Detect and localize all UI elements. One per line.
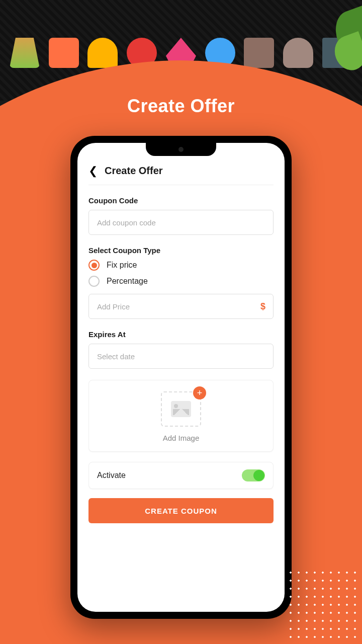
coupon-type-label: Select Coupon Type [88,246,274,255]
expires-section: Expires At [88,330,274,369]
radio-percentage[interactable]: Percentage [88,276,274,287]
plus-icon: + [193,386,206,399]
radio-label: Fix price [107,261,137,270]
app-header: ❮ Create Offer [88,165,274,185]
add-image-card[interactable]: + Add Image [88,380,274,452]
image-placeholder-icon [171,401,191,417]
create-coupon-button[interactable]: CREATE COUPON [88,498,274,523]
image-placeholder-box: + [161,391,201,427]
hero-title: Create Offer [0,96,362,117]
radio-icon [88,276,100,287]
screen-title: Create Offer [105,165,163,177]
expires-input[interactable] [88,344,274,369]
coupon-type-section: Select Coupon Type Fix price Percentage … [88,246,274,319]
price-input[interactable] [88,294,274,319]
radio-label: Percentage [107,277,148,286]
add-image-label: Add Image [94,434,268,442]
activate-toggle[interactable] [242,469,265,481]
phone-notch [146,143,216,156]
back-icon[interactable]: ❮ [88,166,98,177]
activate-label: Activate [97,471,126,480]
coupon-code-label: Coupon Code [88,196,274,205]
activate-row: Activate [88,462,274,489]
create-offer-form: Coupon Code Select Coupon Type Fix price… [88,185,274,603]
radio-icon [88,260,100,271]
coupon-code-section: Coupon Code [88,196,274,235]
coupon-code-input[interactable] [88,210,274,235]
dot-pattern-decoration [287,569,357,639]
phone-frame: ❮ Create Offer Coupon Code Select Coupon… [70,136,292,619]
phone-screen: ❮ Create Offer Coupon Code Select Coupon… [77,143,285,612]
price-input-wrap: $ [88,294,274,319]
dollar-icon: $ [260,301,265,312]
expires-label: Expires At [88,330,274,339]
radio-fix-price[interactable]: Fix price [88,260,274,271]
